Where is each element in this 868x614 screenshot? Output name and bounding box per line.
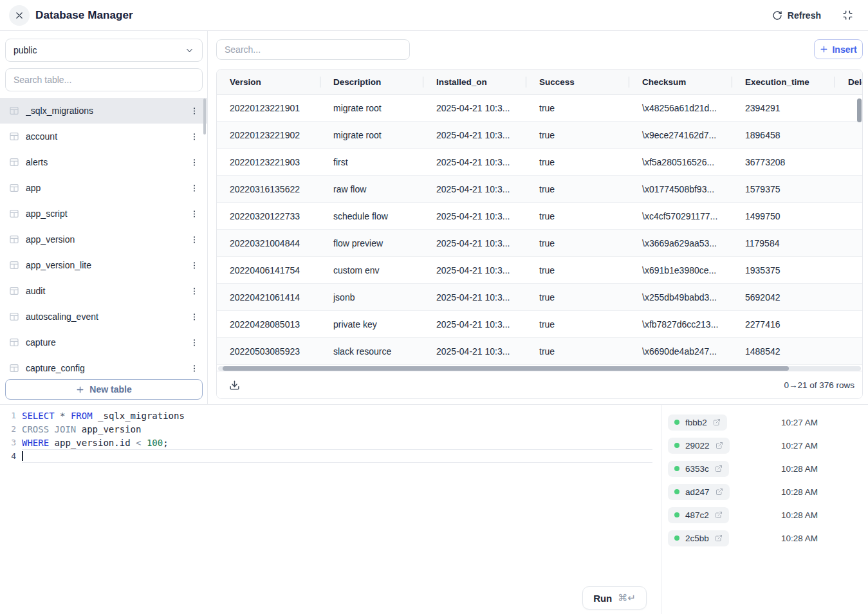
horizontal-scrollbar-thumb[interactable] [223, 366, 789, 371]
column-header[interactable]: Version [217, 70, 320, 94]
table-row[interactable]: 20220503085923slack resource2025-04-21 1… [217, 338, 863, 365]
kebab-menu-icon [190, 364, 199, 373]
table-cell: 2277416 [732, 311, 835, 337]
sidebar-table-item[interactable]: alerts [0, 149, 208, 175]
query-run-id: fbbb2 [685, 418, 707, 427]
table-menu-button[interactable] [189, 311, 200, 323]
table-menu-button[interactable] [189, 182, 200, 194]
table-row[interactable]: 20220316135622raw flow2025-04-21 10:3...… [217, 176, 863, 203]
table-cell: 20220123221901 [217, 95, 320, 121]
table-row[interactable]: 20220123221903first2025-04-21 10:3...tru… [217, 149, 863, 176]
refresh-button[interactable]: Refresh [772, 10, 821, 21]
chevron-down-icon [185, 46, 194, 55]
query-run-chip[interactable]: ad247 [668, 484, 730, 500]
table-row[interactable]: 20220320122733schedule flow2025-04-21 10… [217, 203, 863, 230]
table-cell: 1579375 [732, 176, 835, 202]
table-menu-button[interactable] [189, 362, 200, 375]
table-cell: true [526, 257, 629, 283]
schema-select[interactable]: public [5, 39, 203, 62]
table-row[interactable]: 20220123221901migrate root2025-04-21 10:… [217, 95, 863, 122]
table-icon [9, 260, 19, 270]
new-table-button[interactable]: New table [5, 379, 203, 400]
table-row[interactable]: 20220421061414jsonb2025-04-21 10:3...tru… [217, 284, 863, 311]
table-cell: 2025-04-21 10:3... [423, 122, 526, 148]
table-row[interactable]: 20220123221902migrate root2025-04-21 10:… [217, 122, 863, 149]
column-header[interactable]: Description [320, 70, 423, 94]
sidebar-table-item[interactable]: autoscaling_event [0, 304, 208, 330]
table-menu-button[interactable] [189, 337, 200, 349]
table-cell: 20220123221903 [217, 149, 320, 175]
sidebar-table-item[interactable]: capture_config [0, 355, 208, 379]
table-cell: \x01774508bf93... [629, 176, 732, 202]
sidebar-table-item[interactable]: account [0, 124, 208, 149]
table-icon [9, 337, 19, 348]
column-header[interactable]: Execution_time [732, 70, 835, 94]
query-run-chip[interactable]: 29022 [668, 438, 730, 454]
refresh-label: Refresh [788, 10, 821, 21]
table-menu-button[interactable] [189, 234, 200, 246]
table-vertical-scrollbar[interactable] [857, 98, 862, 122]
column-header[interactable]: Checksum [629, 70, 732, 94]
column-header[interactable]: Deleted [835, 70, 863, 94]
table-menu-button[interactable] [189, 285, 200, 297]
sidebar-table-item[interactable]: audit [0, 278, 208, 304]
table-menu-button[interactable] [189, 156, 200, 169]
run-query-button[interactable]: Run ⌘↵ [582, 586, 647, 609]
sql-line[interactable]: 2 CROSS JOIN app_version [0, 422, 661, 436]
query-run-chip[interactable]: fbbb2 [668, 414, 727, 431]
query-run-chip[interactable]: 2c5bb [668, 530, 729, 546]
sql-token: ; [163, 438, 168, 448]
table-icon [9, 106, 19, 116]
query-run-chip[interactable]: 6353c [668, 461, 729, 477]
column-header[interactable]: Installed_on [423, 70, 526, 94]
table-menu-button[interactable] [189, 105, 200, 117]
sidebar-table-item[interactable]: app_version [0, 227, 208, 252]
query-run-chip[interactable]: 487c2 [668, 507, 729, 523]
table-menu-button[interactable] [189, 259, 200, 272]
table-horizontal-scrollbar[interactable] [218, 366, 861, 371]
table-name: capture_config [26, 363, 182, 373]
sidebar-table-item[interactable]: capture [0, 330, 208, 355]
table-cell: 5692042 [732, 284, 835, 310]
download-button[interactable] [228, 378, 241, 392]
table-menu-button[interactable] [189, 131, 200, 143]
sql-line[interactable]: 3 WHERE app_version.id < 100; [0, 436, 661, 449]
table-row[interactable]: 20220406141754custom env2025-04-21 10:3.… [217, 257, 863, 284]
collapse-window-button[interactable] [842, 10, 853, 21]
sidebar-table-item[interactable]: app_version_lite [0, 252, 208, 278]
column-header[interactable]: Success [526, 70, 629, 94]
column-header-label: Checksum [642, 77, 686, 87]
line-number: 3 [0, 438, 16, 447]
refresh-icon [772, 10, 782, 21]
query-run-id: 29022 [685, 441, 710, 451]
table-menu-button[interactable] [189, 208, 200, 220]
table-icon [9, 157, 19, 167]
table-row[interactable]: 20220321004844flow preview2025-04-21 10:… [217, 230, 863, 257]
table-list: _sqlx_migrations account alerts app app_… [0, 98, 208, 379]
insert-row-button[interactable]: Insert [814, 39, 863, 59]
table-cell: true [526, 95, 629, 121]
table-cell: 2394291 [732, 95, 835, 121]
table-cell: \xf5a280516526... [629, 149, 732, 175]
close-button[interactable] [9, 5, 30, 26]
table-cell: custom env [320, 257, 423, 283]
sidebar-scrollbar[interactable] [203, 98, 206, 135]
table-search-input[interactable] [5, 68, 203, 91]
sql-token: 100 [147, 438, 163, 448]
sql-token [65, 411, 70, 421]
table-cell: \x6690de4ab247... [629, 338, 732, 364]
table-cell: 2025-04-21 10:3... [423, 257, 526, 283]
table-icon [9, 131, 19, 142]
sql-line[interactable]: 4 [0, 449, 661, 463]
sql-line[interactable]: 1 SELECT * FROM _sqlx_migrations [0, 409, 661, 422]
table-cell: true [526, 338, 629, 364]
sql-token: WHERE [22, 438, 49, 448]
table-row[interactable]: 20220428085013private key2025-04-21 10:3… [217, 311, 863, 338]
sidebar-table-item[interactable]: _sqlx_migrations [0, 98, 208, 124]
sidebar-table-item[interactable]: app [0, 175, 208, 201]
table-name: app_script [26, 209, 182, 219]
grid-search-input[interactable] [216, 39, 410, 60]
sidebar-table-item[interactable]: app_script [0, 201, 208, 227]
sql-editor[interactable]: 1 SELECT * FROM _sqlx_migrations 2 CROSS… [0, 405, 661, 614]
query-run-row: 6353c 10:28 AM [661, 457, 868, 480]
